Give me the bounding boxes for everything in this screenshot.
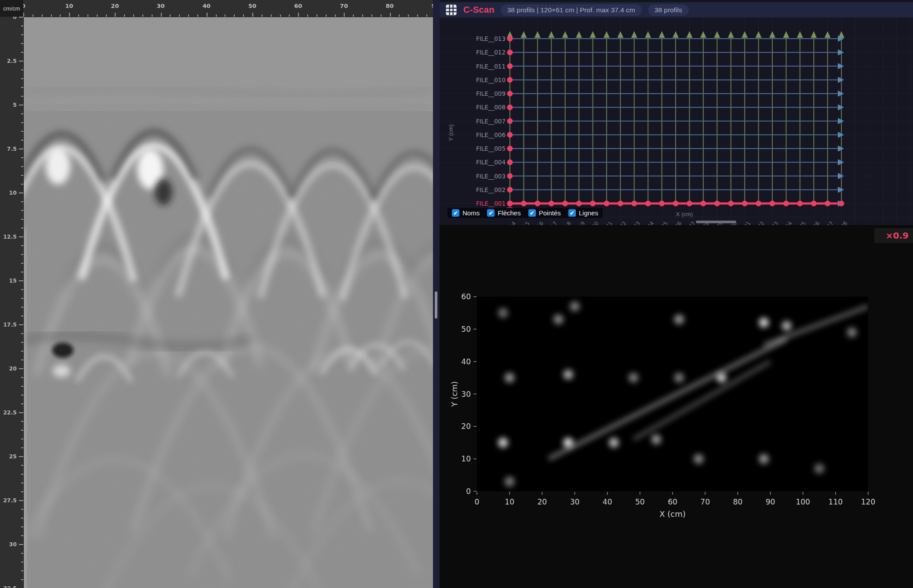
row-file-label[interactable]: FILE__004 — [476, 159, 506, 166]
right-arrow-icon — [838, 159, 844, 165]
top-ruler-tick — [371, 15, 372, 17]
side-ruler-tick — [21, 25, 23, 26]
side-ruler-tick — [19, 324, 23, 325]
vertical-scrollbar-thumb[interactable] — [435, 291, 437, 319]
side-ruler-tick — [21, 562, 23, 563]
side-ruler-label: 7.5 — [7, 145, 17, 152]
side-ruler-label: 15 — [9, 277, 17, 284]
top-ruler-label: 20 — [111, 3, 119, 9]
checkbox-icon[interactable]: ✔ — [452, 209, 459, 217]
side-ruler-tick — [19, 456, 23, 457]
profile-start-point — [604, 201, 609, 207]
profile-start-point — [811, 201, 817, 207]
profile-start-point — [714, 201, 720, 207]
right-arrow-icon — [838, 132, 844, 138]
row-file-label[interactable]: FILE__011 — [476, 63, 506, 70]
profile-start-point — [507, 118, 513, 124]
side-ruler-tick — [21, 570, 23, 571]
up-arrow-icon — [604, 31, 610, 38]
checkbox-fleches[interactable]: ✔Flèches — [487, 209, 521, 217]
side-ruler: 02.557.51012.51517.52022.52527.53032.5 — [0, 17, 24, 588]
top-ruler-tick — [417, 15, 418, 17]
top-ruler-tick — [298, 13, 299, 17]
cscan-section: C-Scan 38 profils | 120×61 cm | Prof. ma… — [440, 0, 913, 588]
top-ruler-tick — [335, 15, 336, 17]
profile-start-point — [797, 201, 803, 207]
row-file-label[interactable]: FILE__002 — [476, 186, 506, 193]
side-ruler-tick — [21, 34, 23, 35]
x-tick-label: 120 — [861, 497, 875, 506]
side-ruler-tick — [21, 509, 23, 510]
x-tick-label: 10 — [505, 497, 514, 506]
side-ruler-tick — [21, 175, 23, 176]
profile-start-point — [769, 201, 775, 207]
column-file-label[interactable]: FILE__014 — [496, 220, 517, 225]
top-ruler-tick — [78, 15, 79, 17]
right-arrow-icon — [838, 173, 844, 179]
profile-start-point — [783, 201, 789, 207]
side-ruler-label: 25 — [9, 453, 17, 460]
side-ruler-tick — [21, 254, 23, 255]
row-file-label[interactable]: FILE__009 — [476, 90, 506, 97]
up-arrow-icon — [700, 31, 706, 38]
checkbox-lignes[interactable]: ✔Lignes — [568, 209, 598, 217]
row-file-label[interactable]: FILE__007 — [476, 118, 506, 125]
x-tick-label: 30 — [570, 497, 580, 506]
profile-start-point — [839, 201, 844, 207]
top-ruler-tick — [42, 15, 43, 17]
side-ruler-tick — [21, 140, 23, 141]
row-file-label[interactable]: FILE__012 — [476, 49, 506, 56]
grid-icon — [445, 4, 457, 16]
top-ruler-tick — [362, 15, 363, 17]
checkbox-icon[interactable]: ✔ — [528, 209, 536, 217]
up-arrow-icon — [576, 31, 582, 38]
side-ruler-tick — [21, 52, 23, 53]
cscan-intensity-image[interactable] — [477, 297, 868, 491]
up-arrow-icon — [673, 31, 679, 38]
grid-x-axis-label: X (cm) — [676, 211, 693, 218]
row-file-label[interactable]: FILE__008 — [476, 104, 506, 111]
side-ruler-label: 2.5 — [7, 58, 17, 64]
checkbox-icon[interactable]: ✔ — [568, 209, 576, 217]
checkbox-noms[interactable]: ✔Noms — [452, 209, 480, 217]
row-file-label[interactable]: FILE__001 — [476, 200, 506, 207]
count-badge: 38 profils — [648, 4, 689, 16]
checkbox-label: Lignes — [579, 209, 598, 217]
top-ruler-tick — [399, 15, 400, 17]
checkbox-icon[interactable]: ✔ — [487, 209, 495, 217]
y-tick-label: 10 — [461, 454, 471, 463]
checkbox-label: Pointés — [539, 209, 561, 217]
row-file-label[interactable]: FILE__006 — [476, 131, 506, 138]
checkbox-pointes[interactable]: ✔Pointés — [528, 209, 561, 217]
up-arrow-icon — [714, 31, 720, 38]
x-tick-label: 50 — [635, 497, 645, 506]
vertical-scrollbar-track[interactable] — [433, 0, 440, 588]
cscan-map-plot[interactable]: 0102030405060708090100110120010203040506… — [440, 225, 913, 588]
info-badge: 38 profils | 120×61 cm | Prof. max 37.4 … — [501, 4, 642, 16]
side-ruler-tick — [21, 359, 23, 360]
row-file-label[interactable]: FILE__010 — [476, 76, 506, 83]
up-arrow-icon — [769, 31, 775, 38]
top-ruler-tick — [161, 13, 162, 17]
top-ruler-tick — [69, 13, 70, 17]
row-file-label[interactable]: FILE__013 — [476, 35, 506, 42]
top-ruler-tick — [243, 15, 244, 17]
side-ruler-tick — [21, 421, 23, 422]
row-file-label[interactable]: FILE__003 — [476, 173, 506, 180]
top-ruler-tick — [252, 13, 253, 17]
profile-start-point — [521, 201, 527, 207]
side-ruler-tick — [21, 474, 23, 475]
radargram-canvas[interactable] — [23, 17, 433, 588]
top-ruler-tick — [115, 13, 116, 17]
side-ruler-tick — [21, 113, 23, 114]
up-arrow-icon — [520, 31, 527, 38]
up-arrow-icon — [659, 31, 665, 38]
right-arrow-icon — [838, 77, 844, 83]
row-file-label[interactable]: FILE__005 — [476, 145, 506, 152]
survey-grid-plot[interactable]: FILE__001FILE__002FILE__003FILE__004FILE… — [440, 18, 913, 225]
x-tick-label: 100 — [796, 497, 810, 506]
radargram-image[interactable] — [23, 17, 433, 588]
profile-start-point — [507, 63, 513, 69]
side-ruler-label: 10 — [9, 189, 17, 196]
horizontal-scrollbar-thumb[interactable] — [696, 221, 736, 223]
